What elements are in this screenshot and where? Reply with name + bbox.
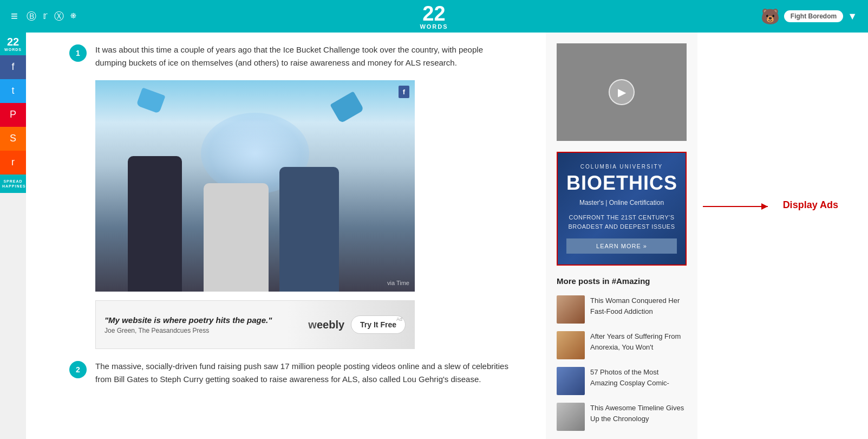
bear-icon: 🐻 — [761, 8, 780, 25]
site-logo[interactable]: 22 WORDS — [420, 3, 448, 30]
post-thumb-1 — [557, 295, 585, 324]
more-posts-title: More posts in #Amazing — [557, 276, 687, 288]
bioethics-title: BIOETHICS — [566, 172, 677, 195]
post-text-3: 57 Photos of the Most Amazing Cosplay Co… — [590, 367, 687, 388]
bucket-blue-2 — [136, 87, 165, 113]
video-placeholder[interactable]: ▶ — [557, 43, 687, 141]
hamburger-icon[interactable]: ≡ — [11, 9, 18, 23]
post-item-1[interactable]: This Woman Conquered Her Fast-Food Addic… — [557, 295, 687, 324]
sidebar-logo[interactable]: 22 WORDS — [0, 33, 26, 55]
chevron-down-icon[interactable]: ▼ — [847, 11, 857, 22]
weebly-logo: weebly — [308, 319, 344, 331]
article-item-2: 2 The massive, socially-driven fund rais… — [69, 360, 513, 386]
sidebar-reddit-button[interactable]: r — [0, 151, 26, 175]
sidebar-stumbleupon-button[interactable]: S — [0, 127, 26, 151]
pinterest-icon: P — [10, 109, 16, 120]
ad-banner[interactable]: Ad "My website is where poetry hits the … — [95, 300, 415, 349]
sidebar-pinterest-button[interactable]: P — [0, 103, 26, 127]
post-thumb-3 — [557, 367, 585, 395]
instagram-header-icon[interactable]: ⎈ — [70, 10, 76, 23]
main-container: 1 It was about this time a couple of yea… — [26, 33, 868, 439]
play-button[interactable]: ▶ — [609, 79, 635, 105]
sidebar-facebook-button[interactable]: f — [0, 55, 26, 79]
ad-label: Ad — [396, 317, 402, 322]
learn-more-button[interactable]: LEARN MORE » — [566, 238, 677, 254]
item-number-1: 1 — [69, 44, 87, 62]
columbia-university-text: COLUMBIA UNIVERSITY — [566, 164, 677, 170]
facebook-icon: f — [11, 61, 14, 73]
logo-words: WORDS — [420, 24, 448, 30]
pinterest-header-icon[interactable]: Ⓧ — [54, 10, 64, 23]
display-ads-label: Display Ads — [783, 199, 838, 211]
post-item-3[interactable]: 57 Photos of the Most Amazing Cosplay Co… — [557, 367, 687, 395]
header-left: ≡ Ⓑ 𝕣 Ⓧ ⎈ — [11, 9, 76, 23]
site-header: ≡ Ⓑ 𝕣 Ⓧ ⎈ 22 WORDS 🐻 Fight Boredom ▼ — [0, 0, 868, 33]
facebook-badge: f — [399, 86, 409, 98]
confront-text: CONFRONT THE 21ST CENTURY'S BROADEST AND… — [566, 213, 677, 231]
ice-bucket-image: f via Time — [95, 80, 415, 292]
sidebar-spread-happiness[interactable]: SPREAD HAPPINESS — [0, 175, 26, 193]
more-posts-section: More posts in #Amazing This Woman Conque… — [557, 276, 687, 431]
right-sidebar: ▶ COLUMBIA UNIVERSITY BIOETHICS Master's… — [546, 33, 697, 439]
post-item-2[interactable]: After Years of Suffering From Anorexia, … — [557, 331, 687, 359]
content-area: 1 It was about this time a couple of yea… — [26, 33, 546, 439]
reddit-icon: r — [11, 157, 15, 168]
item-text-1: It was about this time a couple of years… — [95, 43, 513, 69]
main-image-container: f via Time — [95, 80, 513, 292]
sidebar-twitter-button[interactable]: t — [0, 79, 26, 103]
columbia-ad-container: COLUMBIA UNIVERSITY BIOETHICS Master's |… — [557, 152, 687, 266]
twitter-icon: t — [11, 85, 14, 96]
columbia-ad[interactable]: COLUMBIA UNIVERSITY BIOETHICS Master's |… — [557, 152, 687, 266]
bucket-blue-1 — [330, 91, 364, 124]
left-sidebar: 22 WORDS f t P S r SPREAD HAPPINESS — [0, 33, 26, 193]
article-item-1: 1 It was about this time a couple of yea… — [69, 43, 513, 69]
ad-author: Joe Green, The Peasandcues Press — [105, 327, 302, 334]
logo-number: 22 — [420, 3, 448, 24]
ad-quote: "My website is where poetry hits the pag… — [105, 315, 302, 325]
header-right: 🐻 Fight Boredom ▼ — [761, 8, 857, 25]
item-text-2: The massive, socially-driven fund raisin… — [95, 360, 513, 386]
facebook-header-icon[interactable]: Ⓑ — [27, 10, 36, 23]
masters-line: Master's | Online Certification — [566, 199, 677, 206]
image-credit: via Time — [387, 280, 409, 286]
sidebar-logo-text: WORDS — [0, 48, 26, 52]
post-thumb-2 — [557, 331, 585, 359]
ad-text: "My website is where poetry hits the pag… — [105, 315, 302, 334]
ad-content: Ad "My website is where poetry hits the … — [105, 315, 406, 334]
person-silhouette-2 — [204, 183, 269, 292]
header-social-icons: Ⓑ 𝕣 Ⓧ ⎈ — [27, 10, 76, 23]
post-thumb-4 — [557, 403, 585, 431]
display-ads-arrow — [703, 206, 768, 207]
item-number-2: 2 — [69, 361, 87, 378]
fight-boredom-button[interactable]: Fight Boredom — [784, 10, 843, 22]
post-text-2: After Years of Suffering From Anorexia, … — [590, 331, 687, 352]
post-text-1: This Woman Conquered Her Fast-Food Addic… — [590, 295, 687, 317]
person-silhouette-3 — [279, 167, 339, 292]
post-item-4[interactable]: This Awesome Timeline Gives Up the Chron… — [557, 403, 687, 431]
stumbleupon-icon: S — [10, 133, 16, 144]
twitter-header-icon[interactable]: 𝕣 — [43, 10, 48, 23]
post-text-4: This Awesome Timeline Gives Up the Chron… — [590, 403, 687, 424]
person-silhouette-1 — [128, 156, 182, 292]
sidebar-logo-number: 22 — [0, 36, 26, 48]
